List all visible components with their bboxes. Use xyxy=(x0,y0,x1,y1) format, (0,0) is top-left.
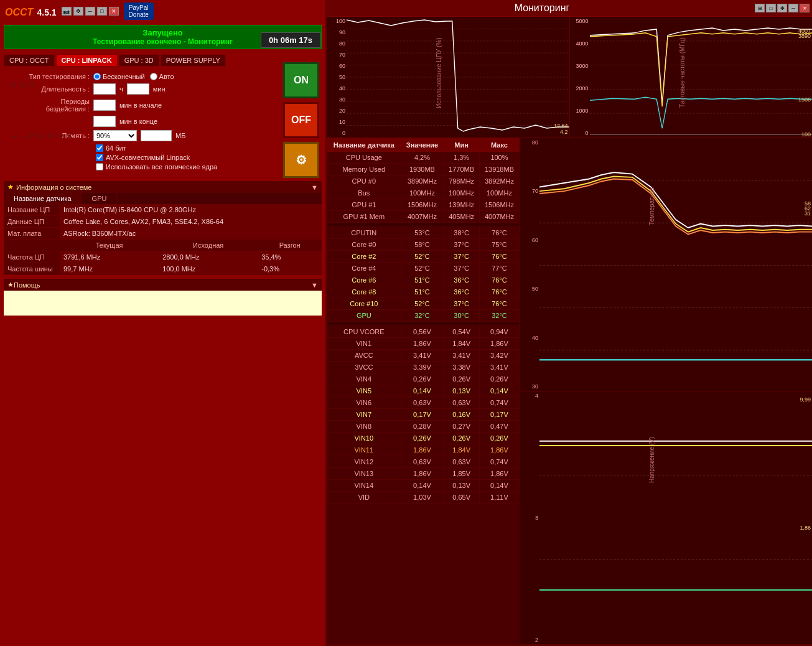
motherboard-label: Мат. плата xyxy=(4,228,60,240)
tab-power-supply[interactable]: POWER SUPPLY xyxy=(161,54,226,67)
table-row: VIN60,63V0,63V0,74V xyxy=(327,397,520,409)
tab-cpu-occt[interactable]: CPU : OCCT xyxy=(4,54,55,67)
table-row: VIN131,86V1,85V1,86V xyxy=(327,468,520,480)
paypal-button[interactable]: PayPalDonate xyxy=(124,2,154,20)
hours-unit: ч xyxy=(119,85,123,93)
cpu-usage-chart: 100 90 80 70 60 50 40 30 20 10 0 xyxy=(327,17,570,138)
voltage-chart-title: Напряжение (V) xyxy=(648,398,655,522)
minutes-input[interactable]: 11 xyxy=(127,83,149,95)
check-64bit[interactable] xyxy=(96,144,103,152)
mon-btn4[interactable]: ─ xyxy=(788,4,798,12)
table-row: Core #252°C37°C76°C xyxy=(327,251,520,263)
cpu-chart-yaxis: 100 90 80 70 60 50 40 30 20 10 0 xyxy=(327,17,347,138)
help-star-icon: ★ xyxy=(7,281,14,289)
minimize-btn[interactable]: ─ xyxy=(85,7,95,16)
cpu-freq-base: 2800,0 MHz xyxy=(159,251,258,263)
freq-header-oc: Разгон xyxy=(258,240,322,251)
freq-header-current: Текущая xyxy=(60,240,159,251)
mon-btn5[interactable]: ✕ xyxy=(800,4,810,12)
cpu-data-label: Данные ЦП xyxy=(4,216,60,228)
table-row: Core #1052°C37°C76°C xyxy=(327,298,520,310)
voltage-svg xyxy=(539,391,812,644)
move-btn[interactable]: ✥ xyxy=(73,7,83,16)
cpu-val1: 12,64 xyxy=(554,123,568,129)
app-logo: OCCT 4.5.1 xyxy=(5,3,57,19)
bus-freq-oc: -0,3% xyxy=(258,263,322,275)
screenshot-btn[interactable]: 📷 xyxy=(62,7,72,16)
table-row: VIN11,86V1,84V1,86V xyxy=(327,338,520,350)
cpu-freq-oc: 35,4% xyxy=(258,251,322,263)
tab-gpu-info[interactable]: GPU xyxy=(82,193,118,204)
memory-mb-unit: МБ xyxy=(175,132,185,139)
minutes-unit: мин xyxy=(153,85,166,93)
table-row: CPU #03890MHz798MHz3892MHz xyxy=(327,176,520,187)
idle-start-unit: мин в начале xyxy=(119,101,162,109)
temp-svg xyxy=(539,138,812,391)
table-row: CPU VCORE0,56V0,54V0,94V xyxy=(327,326,520,338)
memory-select[interactable]: 90% 80% 70% xyxy=(93,130,137,141)
check-64bit-label: 64 бит xyxy=(106,144,126,152)
table-row: VIN120,63V0,63V0,74V xyxy=(327,456,520,468)
table-row: VIN100,26V0,26V0,26V xyxy=(327,433,520,444)
radio-infinite[interactable]: Бесконечный xyxy=(93,73,145,80)
btn-off[interactable]: OFF xyxy=(283,102,319,138)
idle-end-input[interactable]: 5 xyxy=(93,116,116,127)
table-row: Core #058°C37°C75°C xyxy=(327,239,520,251)
table-row: VIN40,26V0,26V0,26V xyxy=(327,373,520,385)
freq-chart: 5000 4000 3000 2000 1000 0 xyxy=(570,17,813,138)
check-logical[interactable] xyxy=(96,163,103,171)
cpu-name-value: Intel(R) Core(TM) i5-8400 CPU @ 2.80GHz xyxy=(60,204,322,216)
table-row: Memory Used1930MB1770MB13918MB xyxy=(327,164,520,176)
mon-btn2[interactable]: □ xyxy=(766,4,776,12)
col-value: Значение xyxy=(401,139,444,152)
idle-label: Периоды бездействия : xyxy=(21,98,90,113)
temp-val3: 31 xyxy=(805,210,811,217)
table-row: VIN80,28V0,27V0,47V xyxy=(327,421,520,433)
col-sensor: Название датчика xyxy=(327,139,401,152)
tab-cpu-info[interactable]: Название датчика xyxy=(4,193,82,204)
check-avx-label: AVX-совместимый Linpack xyxy=(106,154,190,161)
tab-gpu-3d[interactable]: GPU : 3D xyxy=(119,54,159,67)
cpu-side-label: CPU xyxy=(9,80,37,87)
cpu-data-value: Coffee Lake, 6 Cores, AVX2, FMA3, SSE4.2… xyxy=(60,216,322,228)
data-table-container: Название датчика Значение Мин Макс CPU U… xyxy=(327,138,520,644)
bus-freq-base: 100,0 MHz xyxy=(159,263,258,275)
radio-auto[interactable]: Авто xyxy=(150,73,174,80)
table-row: VID1,03V0,65V1,11V xyxy=(327,492,520,503)
check-avx[interactable] xyxy=(96,154,103,161)
table-row: GPU32°C30°C32°C xyxy=(327,310,520,322)
table-row: GPU #1 Mem4007MHz405MHz4007MHz xyxy=(327,211,520,223)
mon-btn1[interactable]: ⊞ xyxy=(755,4,765,12)
freq-svg xyxy=(590,17,813,138)
tab-cpu-linpack[interactable]: CPU : LINPACK xyxy=(56,54,118,67)
maximize-btn[interactable]: □ xyxy=(97,7,107,16)
check-logical-label: Использовать все логические ядра xyxy=(106,163,217,171)
table-row: CPU Usage4,2%1,3%100% xyxy=(327,152,520,164)
bus-freq-label: Частота шины xyxy=(4,263,60,275)
hours-input[interactable]: 0 xyxy=(93,83,116,95)
btn-on[interactable]: ON xyxy=(283,62,319,98)
table-row: VIN50,14V0,13V0,14V xyxy=(327,385,520,397)
help-arrow-icon: ▼ xyxy=(311,281,318,289)
freq-header-empty xyxy=(4,240,60,251)
mon-btn3[interactable]: ✥ xyxy=(777,4,787,12)
temp-chart-yaxis: 80 70 60 50 40 30 xyxy=(520,138,539,391)
close-btn[interactable]: ✕ xyxy=(109,7,119,16)
freq-chart-title: Тактовые частоты (МГц) xyxy=(679,23,686,123)
freq-val4: 100 xyxy=(801,131,811,138)
freq-val3: 1506 xyxy=(798,96,811,103)
col-max: Макс xyxy=(479,139,519,152)
volt-val1: 9,99 xyxy=(800,396,811,403)
idle-start-input[interactable]: 0 xyxy=(93,100,116,111)
cpu-chart-title: Использование ЦПУ (%) xyxy=(436,23,442,123)
table-row: VIN70,17V0,16V0,17V xyxy=(327,409,520,421)
cpu-freq-label: Частота ЦП xyxy=(4,251,60,263)
btn-settings[interactable]: ⚙ xyxy=(283,142,319,178)
motherboard-value: ASRock: B360M-ITX/ac xyxy=(60,228,322,240)
freq-chart-yaxis: 5000 4000 3000 2000 1000 0 xyxy=(570,17,590,138)
volt-val2: 1,86 xyxy=(800,525,811,531)
memory-mb-input[interactable]: 12090 xyxy=(141,130,172,141)
freq-header-base: Исходная xyxy=(159,240,258,251)
table-row: AVCC3,41V3,41V3,42V xyxy=(327,350,520,362)
table-row: VIN111,86V1,84V1,86V xyxy=(327,444,520,456)
